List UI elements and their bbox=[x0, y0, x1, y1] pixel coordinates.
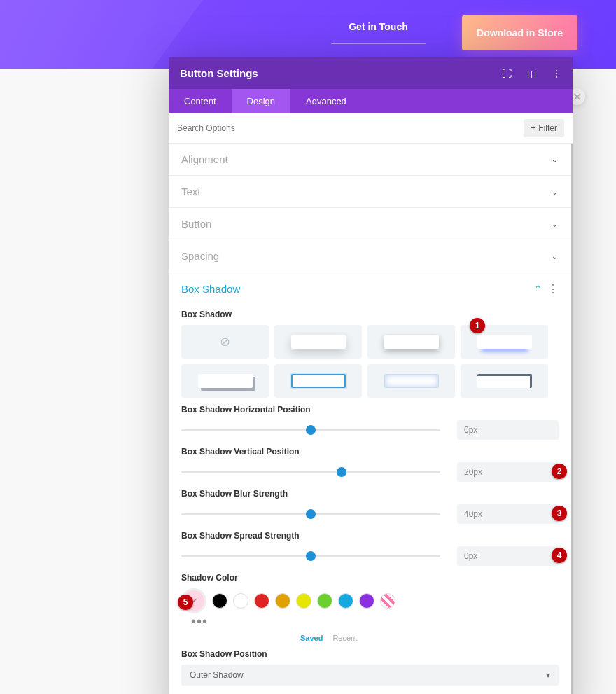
slider-spread-row: 4 bbox=[181, 546, 559, 566]
color-picker-swatch[interactable]: 5 bbox=[181, 588, 206, 613]
chevron-down-icon: ⌄ bbox=[551, 251, 559, 261]
slider-horizontal-row bbox=[181, 420, 559, 440]
chevron-down-icon: ⌄ bbox=[551, 186, 559, 197]
panel-title: Button Settings bbox=[180, 67, 258, 79]
slider-blur-value[interactable] bbox=[457, 504, 559, 524]
color-tab-recent[interactable]: Recent bbox=[332, 634, 357, 642]
shadow-preset-2[interactable] bbox=[274, 325, 362, 359]
select-caret-icon: ▾ bbox=[546, 670, 550, 680]
shadow-preset-8[interactable] bbox=[461, 364, 548, 398]
menu-kebab-icon[interactable]: ⋮ bbox=[552, 68, 561, 79]
get-in-touch-link[interactable]: Get in Touch bbox=[331, 21, 426, 44]
search-input[interactable] bbox=[177, 123, 524, 133]
slider-blur[interactable] bbox=[181, 508, 440, 520]
accordion-label: Button bbox=[181, 218, 211, 230]
annotation-badge-1: 1 bbox=[470, 318, 485, 333]
panel-header: Button Settings ⛶ ◫ ⋮ bbox=[169, 57, 573, 89]
color-swatch[interactable] bbox=[296, 593, 312, 609]
slider-vertical[interactable] bbox=[181, 466, 440, 478]
filter-label: Filter bbox=[538, 123, 557, 133]
box-shadow-section: Box Shadow 1 Box Shadow Horizontal Posit… bbox=[169, 300, 571, 694]
accordion-spacing[interactable]: Spacing ⌄ bbox=[169, 240, 571, 272]
shadow-preset-5[interactable] bbox=[181, 364, 269, 398]
accordion-alignment[interactable]: Alignment ⌄ bbox=[169, 144, 571, 176]
color-swatch-striped[interactable] bbox=[380, 593, 396, 609]
shadow-preset-6[interactable] bbox=[274, 364, 362, 398]
color-tabs: Saved Recent bbox=[300, 634, 559, 642]
slider-spread-value[interactable] bbox=[457, 546, 559, 566]
accordion-label: Alignment bbox=[181, 153, 228, 165]
close-icon: ✕ bbox=[573, 90, 582, 104]
annotation-badge-2: 2 bbox=[552, 464, 567, 479]
shadow-preset-none[interactable] bbox=[181, 325, 269, 359]
section-kebab-icon[interactable]: ⋮ bbox=[547, 282, 559, 296]
color-swatch[interactable] bbox=[254, 593, 270, 609]
annotation-badge-5: 5 bbox=[178, 595, 193, 610]
shadow-position-value: Outer Shadow bbox=[190, 670, 244, 680]
filter-button[interactable]: + Filter bbox=[524, 119, 564, 137]
color-swatch[interactable] bbox=[338, 593, 354, 609]
slider-blur-row: 3 bbox=[181, 504, 559, 524]
color-swatch[interactable] bbox=[317, 593, 332, 609]
slider-spread-label: Box Shadow Spread Strength bbox=[181, 531, 559, 541]
button-settings-panel: Button Settings ⛶ ◫ ⋮ Content Design Adv… bbox=[169, 57, 573, 694]
color-swatch[interactable] bbox=[359, 593, 374, 609]
tab-design[interactable]: Design bbox=[232, 89, 290, 113]
slider-horizontal[interactable] bbox=[181, 424, 440, 436]
accordion-label: Text bbox=[181, 186, 201, 197]
slider-spread[interactable] bbox=[181, 550, 440, 562]
color-swatch[interactable] bbox=[212, 593, 227, 609]
tab-advanced[interactable]: Advanced bbox=[290, 89, 362, 113]
slider-vertical-row: 2 bbox=[181, 462, 559, 482]
annotation-badge-3: 3 bbox=[552, 506, 567, 521]
shadow-preset-7[interactable] bbox=[368, 364, 455, 398]
shadow-color-row: 5 bbox=[181, 588, 559, 613]
expand-icon[interactable]: ◫ bbox=[527, 68, 536, 79]
download-cta-button[interactable]: Download in Store bbox=[462, 15, 578, 50]
panel-body: Alignment ⌄ Text ⌄ Button ⌄ Spacing ⌄ Bo… bbox=[169, 144, 573, 694]
color-swatch[interactable] bbox=[233, 593, 248, 609]
shadow-presets: 1 bbox=[181, 325, 559, 398]
slider-blur-label: Box Shadow Blur Strength bbox=[181, 489, 559, 499]
more-colors-icon[interactable]: ••• bbox=[191, 613, 559, 630]
box-shadow-group-label: Box Shadow bbox=[181, 310, 559, 319]
shadow-color-label: Shadow Color bbox=[181, 573, 559, 583]
slider-vertical-value[interactable] bbox=[457, 462, 559, 482]
plus-icon: + bbox=[531, 123, 536, 133]
accordion-box-shadow[interactable]: Box Shadow ⌃ ⋮ bbox=[169, 272, 571, 300]
annotation-badge-4: 4 bbox=[552, 548, 567, 563]
accordion-label: Spacing bbox=[181, 250, 219, 262]
tab-content[interactable]: Content bbox=[169, 89, 232, 113]
snap-icon[interactable]: ⛶ bbox=[502, 68, 512, 79]
accordion-label: Box Shadow bbox=[181, 283, 240, 295]
shadow-position-label: Box Shadow Position bbox=[181, 649, 559, 659]
search-row: + Filter bbox=[169, 113, 573, 144]
chevron-down-icon: ⌄ bbox=[551, 218, 559, 229]
slider-horizontal-label: Box Shadow Horizontal Position bbox=[181, 405, 559, 415]
slider-vertical-label: Box Shadow Vertical Position bbox=[181, 447, 559, 457]
chevron-down-icon: ⌄ bbox=[551, 154, 559, 165]
slider-horizontal-value[interactable] bbox=[457, 420, 559, 440]
shadow-preset-3[interactable] bbox=[368, 325, 455, 359]
color-swatch[interactable] bbox=[275, 593, 290, 609]
color-tab-saved[interactable]: Saved bbox=[300, 634, 323, 642]
settings-tabs: Content Design Advanced bbox=[169, 89, 573, 113]
accordion-button[interactable]: Button ⌄ bbox=[169, 208, 571, 240]
accordion-text[interactable]: Text ⌄ bbox=[169, 176, 571, 208]
chevron-up-icon: ⌃ bbox=[534, 284, 542, 294]
shadow-position-select[interactable]: Outer Shadow ▾ bbox=[181, 665, 559, 686]
